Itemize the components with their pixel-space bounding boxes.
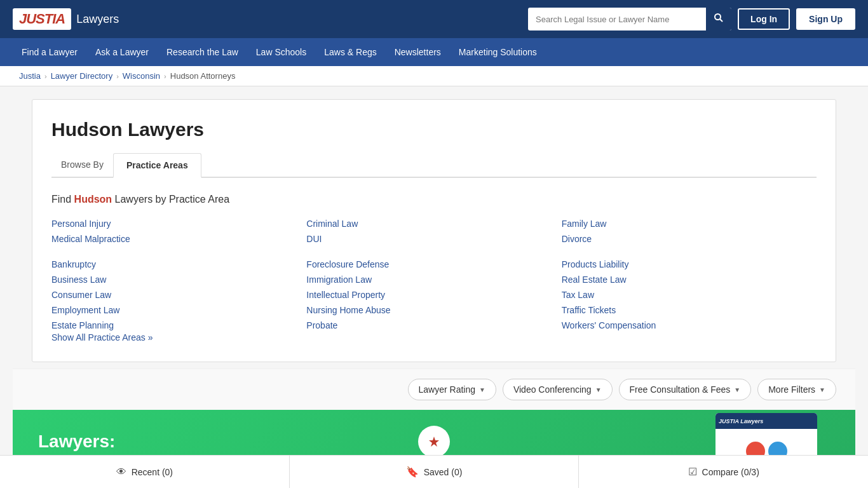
show-all-link[interactable]: Show All Practice Areas » bbox=[51, 332, 153, 342]
practice-consumer-law[interactable]: Consumer Law bbox=[51, 288, 306, 302]
filter-free-consultation[interactable]: Free Consultation & Fees ▼ bbox=[619, 379, 752, 400]
main-content-area: Hudson Lawyers Browse By Practice Areas … bbox=[32, 99, 836, 362]
breadcrumb: Justia › Lawyer Directory › Wisconsin › … bbox=[0, 66, 868, 86]
ad-banner-text: Lawyers: bbox=[13, 431, 115, 452]
chevron-down-icon: ▼ bbox=[819, 386, 825, 393]
practice-foreclosure[interactable]: Foreclosure Defense bbox=[306, 257, 561, 271]
spacer-col3 bbox=[562, 247, 817, 256]
nav-laws-regs[interactable]: Laws & Regs bbox=[315, 39, 385, 65]
find-text: Find Hudson Lawyers by Practice Area bbox=[51, 194, 817, 205]
bottom-compare[interactable]: ☑ Compare (0/3) bbox=[579, 456, 868, 480]
practice-criminal-law[interactable]: Criminal Law bbox=[306, 217, 561, 231]
practice-divorce[interactable]: Divorce bbox=[562, 232, 817, 246]
search-input[interactable] bbox=[528, 10, 706, 29]
breadcrumb-wisconsin[interactable]: Wisconsin bbox=[123, 71, 160, 81]
signup-button[interactable]: Sign Up bbox=[796, 8, 855, 30]
filter-video-conferencing[interactable]: Video Conferencing ▼ bbox=[503, 379, 613, 400]
justia-logo[interactable]: JUSTIA bbox=[13, 8, 71, 30]
nav-research-law[interactable]: Research the Law bbox=[158, 39, 247, 65]
nav-marketing[interactable]: Marketing Solutions bbox=[450, 39, 546, 65]
eye-icon: 👁 bbox=[116, 466, 126, 478]
page-title: Hudson Lawyers bbox=[51, 119, 817, 140]
tab-practice-areas[interactable]: Practice Areas bbox=[113, 153, 201, 178]
practice-medical-malpractice[interactable]: Medical Malpractice bbox=[51, 232, 306, 246]
nav-newsletters[interactable]: Newsletters bbox=[386, 39, 450, 65]
main-nav: Find a Lawyer Ask a Lawyer Research the … bbox=[0, 38, 868, 66]
tab-browse-by-label: Browse By bbox=[51, 153, 113, 177]
nav-find-lawyer[interactable]: Find a Lawyer bbox=[13, 39, 86, 65]
breadcrumb-sep-2: › bbox=[116, 72, 119, 80]
tab-container: Browse By Practice Areas bbox=[51, 153, 817, 178]
svg-line-1 bbox=[720, 19, 722, 22]
practice-bankruptcy[interactable]: Bankruptcy bbox=[51, 257, 306, 271]
chevron-down-icon: ▼ bbox=[595, 386, 602, 393]
practice-nursing-home[interactable]: Nursing Home Abuse bbox=[306, 303, 561, 317]
breadcrumb-lawyer-directory[interactable]: Lawyer Directory bbox=[51, 71, 113, 81]
search-button[interactable] bbox=[706, 8, 731, 30]
bottom-saved[interactable]: 🔖 Saved (0) bbox=[290, 456, 580, 480]
practice-col-1: Personal Injury Medical Malpractice Bank… bbox=[51, 217, 306, 332]
practice-areas-grid: Personal Injury Medical Malpractice Bank… bbox=[51, 217, 817, 332]
logo-area: JUSTIA Lawyers bbox=[13, 8, 119, 30]
practice-immigration[interactable]: Immigration Law bbox=[306, 273, 561, 287]
practice-products-liability[interactable]: Products Liability bbox=[562, 257, 817, 271]
breadcrumb-current: Hudson Attorneys bbox=[170, 71, 236, 81]
practice-probate[interactable]: Probate bbox=[306, 318, 561, 332]
chevron-down-icon: ▼ bbox=[734, 386, 740, 393]
spacer-col1 bbox=[51, 247, 306, 256]
filter-lawyer-rating[interactable]: Lawyer Rating ▼ bbox=[408, 379, 496, 400]
search-icon bbox=[714, 13, 724, 23]
filter-more-filters[interactable]: More Filters ▼ bbox=[757, 379, 836, 400]
breadcrumb-sep-1: › bbox=[44, 72, 47, 80]
practice-tax-law[interactable]: Tax Law bbox=[562, 288, 817, 302]
bookmark-icon: 🔖 bbox=[406, 466, 419, 478]
breadcrumb-sep-3: › bbox=[164, 72, 166, 80]
practice-personal-injury[interactable]: Personal Injury bbox=[51, 217, 306, 231]
compare-icon: ☑ bbox=[688, 466, 697, 478]
practice-traffic-tickets[interactable]: Traffic Tickets bbox=[562, 303, 817, 317]
practice-col-2: Criminal Law DUI Foreclosure Defense Imm… bbox=[306, 217, 561, 332]
breadcrumb-justia[interactable]: Justia bbox=[19, 71, 41, 81]
lawyers-wordmark: Lawyers bbox=[76, 13, 119, 26]
practice-workers-comp[interactable]: Workers' Compensation bbox=[562, 318, 817, 332]
spacer-col2 bbox=[306, 247, 561, 256]
filters-bar: Lawyer Rating ▼ Video Conferencing ▼ Fre… bbox=[13, 369, 855, 410]
practice-estate-planning[interactable]: Estate Planning bbox=[51, 318, 306, 332]
practice-business-law[interactable]: Business Law bbox=[51, 273, 306, 287]
nav-law-schools[interactable]: Law Schools bbox=[247, 39, 315, 65]
practice-real-estate[interactable]: Real Estate Law bbox=[562, 273, 817, 287]
svg-marker-2 bbox=[429, 437, 439, 447]
practice-dui[interactable]: DUI bbox=[306, 232, 561, 246]
ad-banner-badge bbox=[418, 426, 450, 458]
nav-ask-lawyer[interactable]: Ask a Lawyer bbox=[86, 39, 158, 65]
chevron-down-icon: ▼ bbox=[479, 386, 485, 393]
header-right: Log In Sign Up bbox=[528, 8, 855, 30]
practice-intellectual-property[interactable]: Intellectual Property bbox=[306, 288, 561, 302]
practice-family-law[interactable]: Family Law bbox=[562, 217, 817, 231]
bottom-bar: 👁 Recent (0) 🔖 Saved (0) ☑ Compare (0/3) bbox=[0, 455, 868, 480]
login-button[interactable]: Log In bbox=[738, 8, 790, 30]
bottom-recent[interactable]: 👁 Recent (0) bbox=[0, 456, 290, 480]
practice-col-3: Family Law Divorce Products Liability Re… bbox=[562, 217, 817, 332]
svg-point-0 bbox=[715, 14, 721, 20]
search-bar bbox=[528, 8, 731, 30]
practice-employment-law[interactable]: Employment Law bbox=[51, 303, 306, 317]
